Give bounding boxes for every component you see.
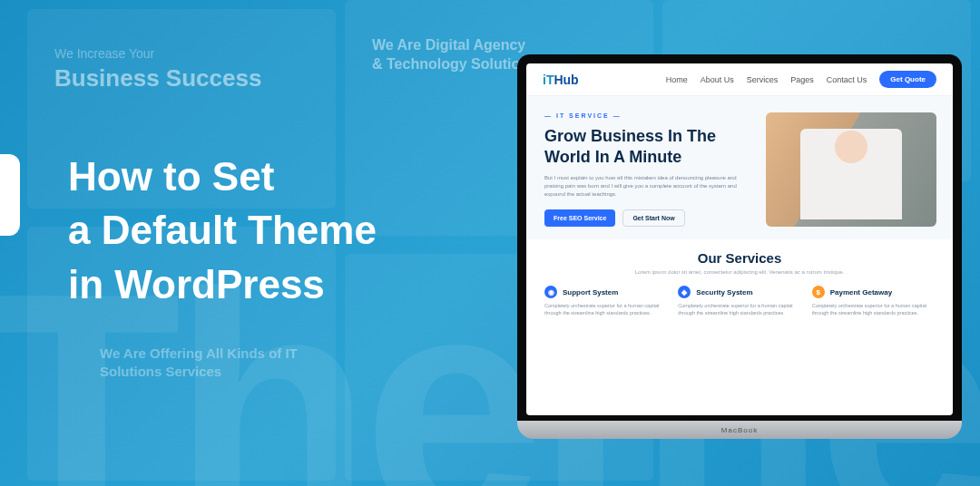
services-section: Our Services Lorem ipsum dolor sit amet,… bbox=[526, 239, 953, 415]
nav-link[interactable]: Contact Us bbox=[827, 75, 867, 84]
site-logo: iTHub bbox=[543, 73, 579, 87]
logo-part: Hub bbox=[554, 73, 578, 87]
logo-part: iT bbox=[543, 73, 554, 87]
nav-link[interactable]: About Us bbox=[701, 75, 734, 84]
site-hero: — IT SERVICE — Grow Business In The Worl… bbox=[526, 96, 953, 239]
site-preview: iTHub Home About Us Services Pages Conta… bbox=[526, 63, 953, 415]
card-title: Security System bbox=[696, 288, 752, 296]
hero-copy: But I must explain to you how all this m… bbox=[544, 174, 753, 199]
services-subtitle: Lorem ipsum dolor sit amet, consectetur … bbox=[544, 269, 935, 275]
hero-left: — IT SERVICE — Grow Business In The Worl… bbox=[544, 112, 753, 227]
hero-eyebrow: — IT SERVICE — bbox=[544, 112, 753, 119]
service-card: ◆ Security System Completely orchestrate… bbox=[678, 286, 800, 317]
page-title: How to Set a Default Theme in WordPress bbox=[68, 150, 377, 311]
laptop-mockup: iTHub Home About Us Services Pages Conta… bbox=[517, 54, 962, 439]
security-icon: ◆ bbox=[678, 286, 691, 298]
accent-tab bbox=[0, 154, 20, 236]
bg-caption: We Are Offering All Kinds of IT Solution… bbox=[100, 345, 298, 380]
hero-image bbox=[766, 112, 936, 227]
nav-link[interactable]: Pages bbox=[790, 75, 814, 84]
services-title: Our Services bbox=[544, 250, 935, 266]
card-title: Payment Getaway bbox=[830, 288, 892, 296]
payment-icon: $ bbox=[812, 286, 825, 298]
get-quote-button[interactable]: Get Quote bbox=[879, 71, 936, 88]
service-card: $ Payment Getaway Completely orchestrate… bbox=[812, 286, 935, 317]
card-title: Support System bbox=[563, 288, 618, 296]
person-illustration bbox=[800, 129, 903, 220]
nav-link[interactable]: Home bbox=[666, 75, 688, 84]
card-copy: Completely orchestrate superior for a hu… bbox=[812, 302, 935, 317]
support-icon: ◉ bbox=[544, 286, 557, 298]
bg-caption: We Are Digital Agency & Technology Solut… bbox=[372, 36, 529, 74]
nav-link[interactable]: Services bbox=[747, 75, 779, 84]
hero-photo bbox=[766, 112, 936, 227]
service-card: ◉ Support System Completely orchestrate … bbox=[544, 286, 667, 317]
nav-items: Home About Us Services Pages Contact Us bbox=[666, 75, 867, 84]
laptop-screen: iTHub Home About Us Services Pages Conta… bbox=[517, 54, 962, 421]
hero-buttons: Free SEO Service Get Start Now bbox=[544, 209, 753, 227]
service-cards: ◉ Support System Completely orchestrate … bbox=[544, 286, 935, 317]
get-start-button[interactable]: Get Start Now bbox=[622, 209, 684, 227]
laptop-base: MacBook bbox=[517, 421, 962, 439]
bg-caption: We Increase Your bbox=[54, 45, 154, 62]
card-copy: Completely orchestrate superior for a hu… bbox=[544, 302, 667, 317]
bg-title: Business Success bbox=[54, 63, 261, 94]
card-copy: Completely orchestrate superior for a hu… bbox=[678, 302, 800, 317]
site-nav: iTHub Home About Us Services Pages Conta… bbox=[526, 63, 953, 96]
hero-title: Grow Business In The World In A Minute bbox=[544, 126, 753, 167]
free-seo-button[interactable]: Free SEO Service bbox=[544, 209, 615, 227]
